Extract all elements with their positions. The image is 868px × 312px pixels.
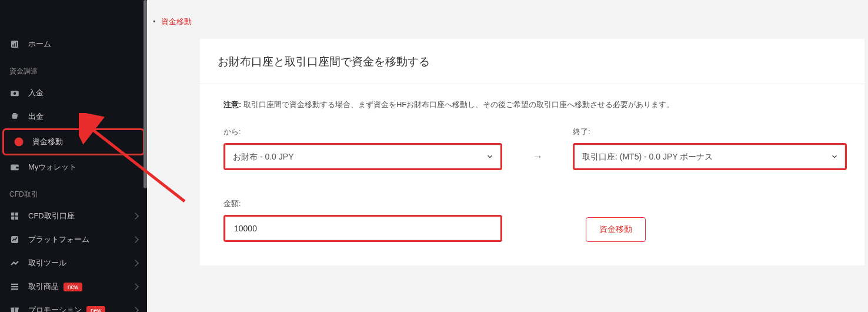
highlight-transfer-nav: 資金移動 (2, 128, 145, 155)
chevron-right-icon (132, 260, 138, 266)
notice-label: 注意: (223, 100, 241, 109)
sidebar-item-label: プロモーション (28, 305, 82, 312)
sidebar-item-cfd-account[interactable]: CFD取引口座 (0, 204, 147, 228)
sidebar-item-label: Myウォレット (28, 162, 76, 172)
svg-rect-6 (13, 113, 16, 114)
to-label: 終了: (573, 127, 847, 137)
wallet-icon (9, 162, 20, 172)
breadcrumb: • 資金移動 (147, 0, 868, 39)
svg-rect-11 (11, 213, 14, 215)
badge-new: new (64, 283, 82, 291)
sidebar-item-deposit[interactable]: 入金 (0, 81, 147, 105)
home-icon (9, 39, 20, 49)
to-account-select[interactable]: 取引口座: (MT5) - 0.0 JPY ボーナス (575, 145, 845, 168)
svg-rect-2 (14, 44, 15, 47)
transfer-icon (14, 137, 24, 147)
sidebar-section-funding: 資金調達 (0, 56, 147, 81)
notice-text: 注意: 取引口座間で資金移動する場合、まず資金をHFお財布口座へ移動し、その後ご… (223, 99, 847, 110)
svg-rect-10 (16, 167, 19, 168)
deposit-icon (9, 88, 20, 98)
main-content: • 資金移動 お財布口座と取引口座間で資金を移動する 注意: 取引口座間で資金移… (147, 0, 868, 312)
sidebar-item-wallet[interactable]: Myウォレット (0, 155, 147, 179)
chevron-right-icon (132, 283, 138, 290)
sidebar-item-label: 入金 (28, 88, 44, 98)
svg-rect-13 (11, 217, 14, 220)
arrow-right-icon: → (502, 143, 573, 170)
chevron-right-icon (132, 236, 138, 243)
sidebar-item-label: 取引商品 (28, 281, 59, 292)
transfer-submit-button[interactable]: 資金移動 (586, 217, 646, 242)
svg-rect-3 (16, 42, 17, 47)
bullet-icon: • (153, 17, 156, 26)
transfer-card: お財布口座と取引口座間で資金を移動する 注意: 取引口座間で資金移動する場合、ま… (200, 39, 864, 265)
sidebar-section-cfd: CFD取引 (0, 179, 147, 204)
amount-input[interactable] (225, 217, 500, 240)
chevron-right-icon (132, 213, 138, 219)
sidebar-item-label: プラットフォーム (28, 234, 89, 245)
sidebar-item-label: 出金 (28, 111, 44, 122)
amount-label: 金額: (223, 198, 502, 209)
svg-point-5 (14, 92, 16, 95)
chart-icon (9, 234, 20, 245)
chevron-right-icon (132, 307, 138, 312)
svg-rect-14 (15, 217, 18, 220)
tool-icon (9, 258, 20, 268)
breadcrumb-current[interactable]: 資金移動 (161, 17, 192, 26)
highlight-amount-input (223, 215, 502, 242)
sidebar-item-transfer[interactable]: 資金移動 (4, 130, 143, 154)
from-label: から: (223, 127, 502, 137)
badge-new: new (86, 306, 105, 313)
highlight-from-select: お財布 - 0.0 JPY (223, 143, 502, 170)
sidebar-item-label: 資金移動 (32, 137, 63, 147)
svg-rect-18 (11, 288, 18, 290)
sidebar: ホーム 資金調達 入金 出金 資金移動 Myウォレット CFD取引 CF (0, 0, 147, 312)
card-title: お財布口座と取引口座間で資金を移動する (200, 39, 864, 84)
svg-rect-21 (14, 308, 15, 313)
sidebar-item-withdraw[interactable]: 出金 (0, 105, 147, 128)
sidebar-item-label: CFD取引口座 (28, 211, 75, 221)
sidebar-item-label: 取引ツール (28, 258, 66, 268)
from-account-select[interactable]: お財布 - 0.0 JPY (225, 145, 500, 168)
svg-rect-12 (15, 213, 18, 215)
highlight-to-select: 取引口座: (MT5) - 0.0 JPY ボーナス (573, 143, 847, 170)
gift-icon (9, 305, 20, 312)
svg-rect-17 (11, 286, 18, 287)
svg-rect-1 (12, 45, 14, 47)
withdraw-icon (9, 111, 20, 122)
svg-rect-16 (11, 284, 18, 285)
sidebar-item-trading-tool[interactable]: 取引ツール (0, 251, 147, 275)
sidebar-item-home[interactable]: ホーム (0, 32, 147, 56)
sidebar-item-promotion[interactable]: プロモーション new (0, 298, 147, 312)
sidebar-item-trading-product[interactable]: 取引商品 new (0, 275, 147, 298)
notice-body: 取引口座間で資金移動する場合、まず資金をHFお財布口座へ移動し、その後ご希望の取… (241, 100, 674, 109)
svg-point-8 (18, 140, 21, 142)
sidebar-item-platform[interactable]: プラットフォーム (0, 228, 147, 251)
list-icon (9, 281, 20, 292)
sidebar-item-label: ホーム (28, 39, 51, 49)
grid-icon (9, 211, 20, 221)
